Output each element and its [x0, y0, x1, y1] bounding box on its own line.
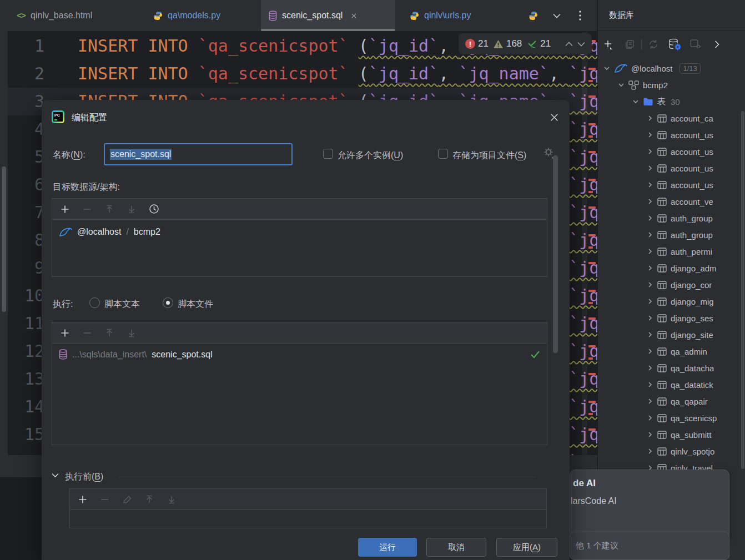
tree-item-table[interactable]: account_ve: [598, 193, 741, 210]
error-mark[interactable]: [588, 151, 596, 153]
tab-scenic-spot-sql[interactable]: scenic_spot.sql: [261, 0, 395, 31]
error-mark[interactable]: [588, 428, 596, 431]
error-mark[interactable]: [588, 135, 593, 138]
tree-item-table[interactable]: qa_submitt: [598, 426, 741, 443]
chevron-right-icon[interactable]: [647, 281, 653, 288]
chevron-right-icon[interactable]: [647, 148, 653, 155]
chevron-right-icon[interactable]: [647, 398, 653, 405]
script-text-radio[interactable]: [89, 297, 100, 308]
chevron-right-icon[interactable]: [647, 265, 653, 271]
chevron-down-icon[interactable]: [632, 98, 639, 105]
tab-qinlv-base-html[interactable]: <> qinlv_base.html: [9, 0, 100, 31]
tree-item-table[interactable]: qa_admin: [598, 343, 741, 360]
apply-button[interactable]: 应用(A): [496, 538, 557, 557]
tree-item-table[interactable]: django_site: [598, 326, 741, 343]
chevron-right-icon[interactable]: [647, 415, 653, 421]
error-mark[interactable]: [588, 179, 596, 181]
ai-popup-item[interactable]: de AI: [573, 478, 596, 489]
tree-item-table[interactable]: auth_permi: [598, 243, 741, 260]
allow-multiple-instances-checkbox[interactable]: [323, 149, 333, 159]
left-scrollbar-thumb[interactable]: [2, 167, 6, 312]
name-input[interactable]: scenic_spot.sql: [104, 143, 293, 165]
error-mark[interactable]: [588, 357, 593, 360]
datasource-properties-icon[interactable]: [664, 38, 685, 51]
add-icon[interactable]: [78, 495, 88, 504]
tree-item-table[interactable]: account_us: [598, 176, 741, 193]
tree-item-table[interactable]: account_us: [598, 127, 741, 143]
tab-scrollbar-thumb[interactable]: [261, 29, 395, 31]
chevron-right-icon[interactable]: [647, 365, 653, 371]
chevron-right-icon[interactable]: [706, 41, 727, 48]
tree-item-table[interactable]: account_ca: [598, 110, 741, 127]
tab-hidden-python[interactable]: [521, 0, 546, 31]
chevron-down-icon[interactable]: [603, 65, 610, 72]
error-mark[interactable]: [588, 302, 593, 304]
tree-item-table[interactable]: django_cor: [598, 276, 741, 293]
run-button[interactable]: 运行: [358, 538, 417, 557]
tree-item-table[interactable]: qa_datatick: [598, 376, 741, 393]
chevron-right-icon[interactable]: [647, 431, 653, 438]
chevron-right-icon[interactable]: [647, 181, 653, 188]
editor-scrollbar[interactable]: [582, 32, 587, 455]
next-error-icon[interactable]: [577, 42, 585, 47]
tree-item-table[interactable]: qinlv_spotjo: [598, 443, 741, 460]
close-icon[interactable]: [548, 111, 560, 123]
cancel-button[interactable]: 取消: [426, 538, 486, 557]
ai-popup-item[interactable]: larsCode AI: [571, 496, 617, 506]
history-clock-icon[interactable]: [149, 204, 159, 214]
tree-item-table[interactable]: qa_datacha: [598, 360, 741, 376]
add-icon[interactable]: [60, 204, 70, 214]
error-mark[interactable]: [588, 206, 596, 209]
tree-item-table[interactable]: auth_group: [598, 210, 741, 226]
error-mark[interactable]: [588, 95, 596, 98]
tree-item-table[interactable]: qa_qapair: [598, 393, 741, 410]
ai-more-suggestions[interactable]: 他 1 个建议: [570, 532, 729, 560]
chevron-right-icon[interactable]: [647, 248, 653, 255]
script-file-row[interactable]: ...\sqls\data_insert\scenic_spot.sql: [52, 344, 547, 365]
error-mark[interactable]: [588, 413, 593, 415]
chevron-right-icon[interactable]: [647, 331, 653, 338]
tree-item-table[interactable]: account_us: [598, 143, 741, 160]
tab-qinlv-urls-py[interactable]: qinlv\urls.py: [402, 0, 479, 31]
tree-item-schema[interactable]: bcmp2: [598, 77, 741, 93]
error-mark[interactable]: [588, 290, 596, 292]
chevron-right-icon[interactable]: [647, 381, 653, 388]
error-mark[interactable]: [588, 317, 596, 320]
error-mark[interactable]: [588, 345, 596, 347]
dialog-scrollbar-thumb[interactable]: [553, 155, 558, 353]
error-mark[interactable]: [588, 80, 593, 82]
chevron-right-icon[interactable]: [647, 231, 653, 238]
tree-item-table[interactable]: qa_scenicsp: [598, 410, 741, 426]
error-mark[interactable]: [588, 262, 596, 264]
chevron-right-icon[interactable]: [647, 298, 653, 305]
add-icon[interactable]: [60, 328, 70, 338]
tree-item-table[interactable]: django_ses: [598, 310, 741, 326]
error-mark[interactable]: [588, 191, 593, 193]
error-count[interactable]: ! 21: [465, 38, 489, 49]
chevron-right-icon[interactable]: [647, 215, 653, 221]
chevron-right-icon[interactable]: [647, 448, 653, 455]
error-mark[interactable]: [588, 246, 593, 249]
tree-item-table[interactable]: account_us: [598, 160, 741, 176]
chevron-down-icon[interactable]: [52, 473, 59, 478]
error-stripe[interactable]: [587, 31, 597, 455]
kebab-menu-icon[interactable]: [572, 8, 588, 23]
chevron-right-icon[interactable]: [647, 315, 653, 321]
chevron-right-icon[interactable]: [647, 348, 653, 355]
ok-count[interactable]: 21: [526, 38, 551, 49]
chevron-down-icon[interactable]: [548, 8, 565, 23]
warning-count[interactable]: 168: [493, 38, 522, 49]
tab-qa-models-py[interactable]: qa\models.py: [145, 0, 228, 31]
chevron-right-icon[interactable]: [647, 165, 653, 171]
chevron-right-icon[interactable]: [647, 132, 653, 138]
database-scrollbar-thumb[interactable]: [741, 111, 744, 469]
store-as-project-file-checkbox[interactable]: [438, 149, 448, 159]
error-mark[interactable]: [588, 373, 596, 375]
tree-item-tables-folder[interactable]: 表 30: [598, 93, 741, 110]
prev-error-icon[interactable]: [565, 42, 573, 47]
tree-item-table[interactable]: auth_group: [598, 226, 741, 243]
datasource-row[interactable]: @localhost / bcmp2: [52, 220, 547, 244]
tree-item-connection[interactable]: @localhost 1/13: [598, 60, 741, 77]
chevron-right-icon[interactable]: [647, 115, 653, 122]
error-mark[interactable]: [588, 68, 596, 70]
